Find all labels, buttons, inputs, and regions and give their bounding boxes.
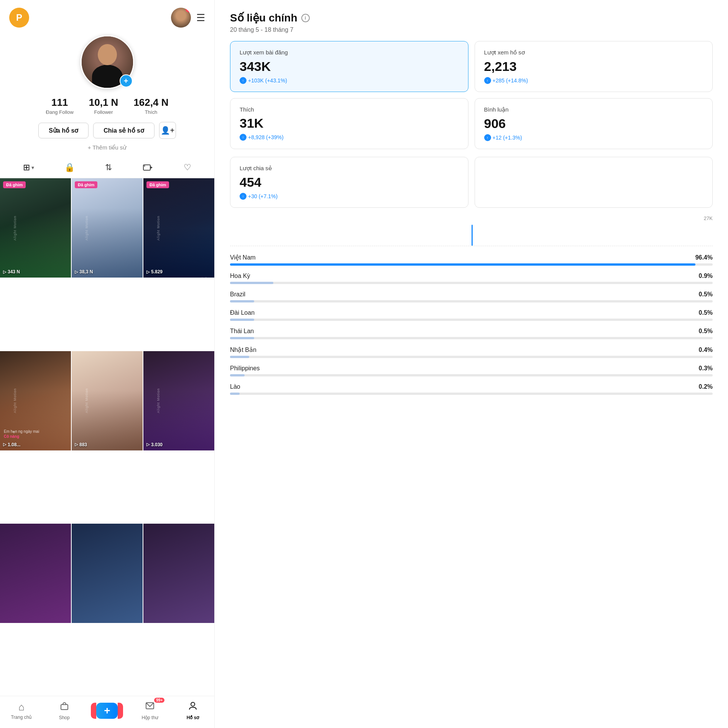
- metric-label-comments: Bình luận: [484, 106, 703, 113]
- country-row-5: Nhật Bản 0.4%: [230, 346, 713, 358]
- chart-area: 27K: [230, 215, 713, 246]
- country-header-5: Nhật Bản 0.4%: [230, 346, 713, 353]
- video-cell-8[interactable]: [72, 524, 143, 623]
- left-panel: P 99 ☰ + 111 Đang Follow 10,1 N Follower…: [0, 0, 215, 728]
- followers-label: Follower: [89, 109, 118, 115]
- nav-profile[interactable]: Hồ sơ: [181, 701, 204, 720]
- country-name-4: Thái Lan: [230, 328, 254, 335]
- tab-live[interactable]: [139, 161, 157, 174]
- country-pct-7: 0.2%: [699, 383, 713, 390]
- video-grid: Alight Motion Đã ghim ▷ 343 N Alight Mot…: [0, 178, 214, 696]
- metric-change-likes: ↑ +8,928 (+39%): [240, 134, 459, 141]
- country-header-0: Việt Nam 96.4%: [230, 254, 713, 261]
- info-icon[interactable]: i: [301, 14, 310, 22]
- country-row-0: Việt Nam 96.4%: [230, 254, 713, 266]
- analytics-title: Số liệu chính i: [230, 12, 713, 24]
- country-header-1: Hoa Kỳ 0.9%: [230, 273, 713, 279]
- stat-followers[interactable]: 10,1 N Follower: [89, 97, 118, 115]
- header-right: 99 ☰: [171, 8, 205, 28]
- content-tab-bar: ⊞ ▾ 🔒 ⇅ ♡: [0, 155, 214, 178]
- video-cell-9[interactable]: [143, 524, 214, 623]
- video-cell-6[interactable]: Alight Motion ▷ 3.030: [143, 351, 214, 450]
- metric-change-profile-views: ↑ +285 (+14.8%): [484, 77, 703, 84]
- metric-change-comments: ↑ +12 (+1.3%): [484, 134, 703, 141]
- country-header-6: Philippines 0.3%: [230, 365, 713, 372]
- view-count-6: 3.030: [151, 442, 163, 447]
- bar-bg-5: [230, 356, 713, 358]
- profile-nav-label: Hồ sơ: [187, 715, 199, 720]
- change-text-views: +103K (+43.1%): [248, 77, 287, 84]
- analytics-panel: Số liệu chính i 20 tháng 5 - 18 tháng 7 …: [215, 0, 728, 728]
- heart-icon: ♡: [184, 163, 191, 173]
- video-cell-1[interactable]: Alight Motion Đã ghim ▷ 343 N: [0, 178, 71, 278]
- view-count-1: 343 N: [8, 269, 20, 274]
- bar-bg-6: [230, 374, 713, 376]
- menu-button[interactable]: ☰: [196, 12, 205, 24]
- profile-stats: 111 Đang Follow 10,1 N Follower 162,4 N …: [46, 97, 169, 115]
- country-header-2: Brazil 0.5%: [230, 291, 713, 298]
- country-pct-5: 0.4%: [699, 347, 713, 353]
- add-user-button[interactable]: 👤+: [159, 122, 176, 139]
- video-cell-2[interactable]: Alight Motion Đã ghim ▷ 38,3 N: [72, 178, 143, 278]
- video-cell-5[interactable]: Alight Motion ▷ 883: [72, 351, 143, 450]
- metric-label-shares: Lượt chia sẻ: [240, 165, 459, 172]
- tab-repost[interactable]: ⇅: [101, 160, 116, 175]
- tab-liked[interactable]: ♡: [180, 160, 195, 175]
- tab-private[interactable]: 🔒: [61, 160, 79, 175]
- bar-bg-2: [230, 300, 713, 302]
- bio-link-text: + Thêm tiểu sử: [88, 144, 127, 151]
- share-profile-button[interactable]: Chia sẻ hồ sơ: [93, 123, 154, 138]
- svg-rect-3: [61, 705, 68, 710]
- video-cell-4[interactable]: Alight Motion Em hẹn ng ngày maiCô nàng …: [0, 351, 71, 450]
- view-count-5: 883: [79, 442, 87, 447]
- nav-create[interactable]: +: [95, 703, 118, 719]
- country-name-7: Lào: [230, 383, 240, 390]
- header-avatar[interactable]: 99: [171, 8, 191, 28]
- bar-bg-1: [230, 282, 713, 284]
- country-row-6: Philippines 0.3%: [230, 365, 713, 376]
- country-pct-4: 0.5%: [699, 328, 713, 335]
- repost-icon: ⇅: [105, 163, 112, 173]
- country-name-3: Đài Loan: [230, 309, 255, 316]
- tab-arrow: ▾: [31, 164, 34, 171]
- video-cell-3[interactable]: Alight Motion 絵 Đã ghim ▷ 5.829: [143, 178, 214, 278]
- nav-inbox[interactable]: 99+ Hộp thư: [138, 701, 161, 720]
- create-button[interactable]: +: [96, 703, 118, 719]
- metric-value-comments: 906: [484, 116, 703, 131]
- metric-value-views: 343K: [240, 59, 459, 74]
- add-bio-link[interactable]: + Thêm tiểu sử: [86, 144, 128, 151]
- stat-likes[interactable]: 162,4 N Thích: [133, 97, 168, 115]
- bar-fill-3: [230, 319, 254, 321]
- change-text-shares: +30 (+7.1%): [248, 193, 278, 199]
- tab-grid[interactable]: ⊞ ▾: [19, 160, 38, 175]
- metric-label-views: Lượt xem bài đăng: [240, 49, 459, 56]
- following-count: 111: [46, 97, 74, 108]
- home-label: Trang chủ: [11, 715, 32, 720]
- play-icon-2: ▷: [75, 270, 78, 274]
- stat-following[interactable]: 111 Đang Follow: [46, 97, 74, 115]
- country-name-1: Hoa Kỳ: [230, 273, 250, 279]
- play-icon-3: ▷: [146, 270, 150, 274]
- empty-metric-card: [475, 157, 713, 208]
- play-count-1: ▷ 343 N: [3, 269, 20, 274]
- nav-shop[interactable]: Shop: [53, 701, 76, 720]
- metric-card-comments: Bình luận 906 ↑ +12 (+1.3%): [475, 98, 713, 149]
- add-photo-button[interactable]: +: [120, 74, 133, 87]
- play-count-3: ▷ 5.829: [146, 269, 163, 274]
- bar-fill-4: [230, 337, 254, 339]
- view-count-3: 5.829: [151, 269, 163, 274]
- country-pct-0: 96.4%: [695, 254, 713, 261]
- video-cell-7[interactable]: [0, 524, 71, 623]
- nav-home[interactable]: ⌂ Trang chủ: [10, 701, 33, 720]
- view-count-2: 38,3 N: [79, 269, 93, 274]
- inbox-label: Hộp thư: [141, 715, 158, 720]
- followers-count: 10,1 N: [89, 97, 118, 108]
- metric-change-views: ↑ +103K (+43.1%): [240, 77, 459, 84]
- metric-value-likes: 31K: [240, 116, 459, 131]
- metric-value-shares: 454: [240, 175, 459, 190]
- metrics-grid: Lượt xem bài đăng 343K ↑ +103K (+43.1%) …: [230, 41, 713, 149]
- edit-profile-button[interactable]: Sửa hồ sơ: [38, 123, 89, 138]
- chart-max-label: 27K: [704, 215, 713, 221]
- change-text-profile-views: +285 (+14.8%): [493, 77, 528, 84]
- p-badge: P: [9, 8, 29, 28]
